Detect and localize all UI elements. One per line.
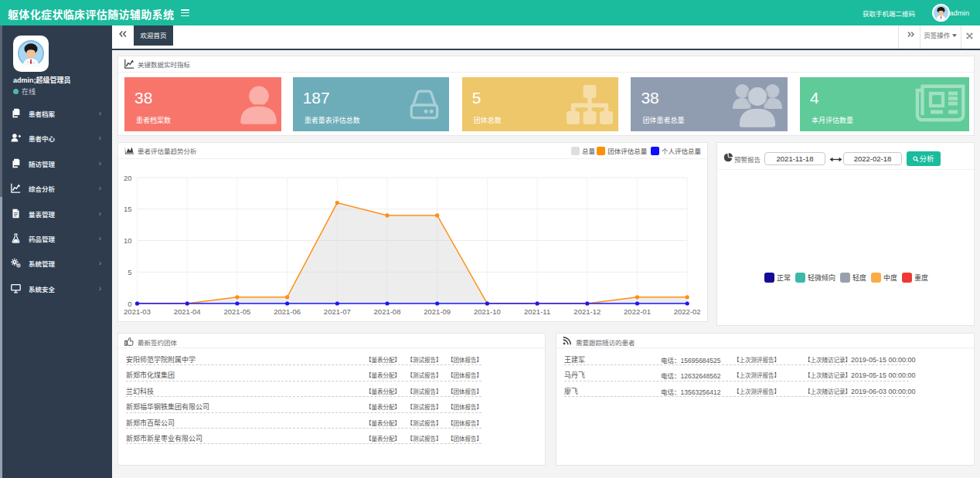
svg-text:2022-01: 2022-01 <box>624 307 651 316</box>
svg-text:10: 10 <box>124 236 132 245</box>
svg-text:2021-11: 2021-11 <box>524 307 550 316</box>
svg-text:20: 20 <box>124 174 132 182</box>
svg-text:2021-04: 2021-04 <box>174 307 201 316</box>
svg-text:0: 0 <box>128 300 131 308</box>
svg-text:2021-06: 2021-06 <box>274 307 301 316</box>
svg-text:2021-07: 2021-07 <box>324 307 351 316</box>
svg-text:2021-05: 2021-05 <box>223 307 250 316</box>
svg-text:2021-10: 2021-10 <box>474 307 501 316</box>
svg-text:15: 15 <box>124 205 132 213</box>
svg-text:2021-12: 2021-12 <box>573 307 601 316</box>
svg-text:2021-08: 2021-08 <box>374 307 401 316</box>
svg-text:5: 5 <box>128 268 131 276</box>
svg-text:2022-02: 2022-02 <box>674 307 701 316</box>
svg-text:2021-09: 2021-09 <box>424 307 451 316</box>
svg-text:2021-03: 2021-03 <box>124 307 151 316</box>
